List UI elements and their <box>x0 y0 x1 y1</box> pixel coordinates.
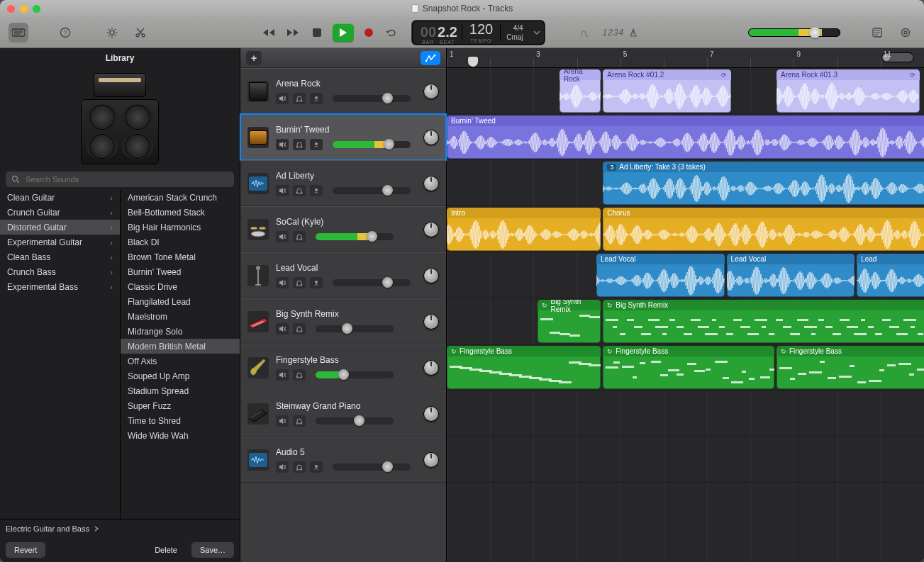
track-volume-slider[interactable] <box>333 141 411 148</box>
library-category-item[interactable]: Clean Guitar› <box>0 190 120 205</box>
rewind-button[interactable] <box>260 24 277 41</box>
lcd-bar-number[interactable]: 00 <box>421 25 436 39</box>
library-patch-item[interactable]: Flangilated Lead <box>121 294 240 309</box>
library-category-list[interactable]: Clean Guitar›Crunch Guitar›Distorted Gui… <box>0 190 120 519</box>
library-category-item[interactable]: Experimental Bass› <box>0 279 120 294</box>
library-patch-item[interactable]: Classic Drive <box>121 279 240 294</box>
library-category-item[interactable]: Clean Bass› <box>0 249 120 264</box>
library-patch-item[interactable]: Black DI <box>121 235 240 249</box>
maximize-window-button[interactable] <box>33 5 40 13</box>
loops-button[interactable] <box>896 23 915 43</box>
library-patch-list[interactable]: American Stack CrunchBell-Bottomed Stack… <box>120 190 240 519</box>
mute-button[interactable] <box>276 139 289 150</box>
track-volume-slider[interactable] <box>316 325 394 332</box>
timeline-region[interactable]: Lead <box>857 254 924 297</box>
library-patch-item[interactable]: Burnin' Tweed <box>121 264 240 279</box>
save-button[interactable]: Save… <box>191 542 234 558</box>
track-pan-knob[interactable] <box>423 84 439 99</box>
library-patch-item[interactable]: Modern British Metal <box>121 339 240 354</box>
library-category-item[interactable]: Distorted Guitar› <box>0 220 120 235</box>
track-header[interactable]: Audio 5 <box>240 437 446 483</box>
library-category-item[interactable]: Crunch Bass› <box>0 264 120 279</box>
library-patch-item[interactable]: Stadium Spread <box>121 383 240 398</box>
timeline-region[interactable]: Arena Rock #01.2⟳ <box>603 69 730 113</box>
library-patch-item[interactable]: Off Axis <box>121 354 240 369</box>
input-monitor-button[interactable] <box>310 461 323 473</box>
notes-button[interactable] <box>867 23 887 43</box>
count-in-display[interactable]: 1234 <box>603 28 639 38</box>
timeline-region[interactable]: Arena Rock #01.3⟳ <box>777 69 920 113</box>
library-patch-item[interactable]: Souped Up Amp <box>121 369 240 383</box>
lcd-options-chevron[interactable] <box>529 21 545 45</box>
track-pan-knob[interactable] <box>423 406 439 422</box>
solo-button[interactable] <box>293 139 306 150</box>
solo-button[interactable] <box>293 277 306 288</box>
track-pan-knob[interactable] <box>423 360 439 376</box>
track-header[interactable]: Lead Vocal <box>240 252 446 298</box>
library-breadcrumb[interactable]: Electric Guitar and Bass <box>0 519 240 538</box>
timeline-region[interactable]: ↻Fingerstyle Bass <box>777 346 924 389</box>
track-volume-slider[interactable] <box>333 279 411 286</box>
tuner-button[interactable] <box>574 23 594 43</box>
library-patch-item[interactable]: Brown Tone Metal <box>121 249 240 264</box>
track-volume-slider[interactable] <box>316 371 394 378</box>
timeline-region[interactable]: Arena Rock <box>560 69 601 113</box>
search-sounds-field[interactable] <box>6 172 234 187</box>
solo-button[interactable] <box>293 231 306 242</box>
input-monitor-button[interactable] <box>310 185 323 196</box>
track-pan-knob[interactable] <box>423 176 439 191</box>
timeline-region[interactable]: Chorus <box>603 208 924 251</box>
solo-button[interactable] <box>293 369 306 381</box>
timeline-region[interactable]: Burnin' Tweed⟳ <box>447 116 924 159</box>
input-monitor-button[interactable] <box>310 139 323 150</box>
stop-button[interactable] <box>308 24 325 41</box>
minimize-window-button[interactable] <box>20 5 28 13</box>
track-pan-knob[interactable] <box>423 130 439 145</box>
help-button[interactable]: ? <box>55 23 75 43</box>
timeline-region[interactable]: ↻Big Synth Remix <box>603 300 924 343</box>
solo-button[interactable] <box>293 323 306 335</box>
timeline-ruler[interactable]: 135791113 <box>447 48 924 68</box>
library-patch-item[interactable]: Midrange Solo <box>121 324 240 339</box>
playhead[interactable] <box>468 57 478 67</box>
track-header[interactable]: SoCal (Kyle) <box>240 206 446 252</box>
timeline-lane[interactable] <box>447 437 924 483</box>
track-volume-slider[interactable] <box>316 417 394 425</box>
timeline-lane[interactable] <box>447 390 924 437</box>
library-category-item[interactable]: Experimental Guitar› <box>0 235 120 249</box>
timeline-region[interactable]: Lead Vocal <box>727 254 855 297</box>
scissors-icon[interactable] <box>130 23 150 43</box>
input-monitor-button[interactable] <box>310 277 323 288</box>
play-button[interactable] <box>333 23 354 42</box>
timeline-region[interactable]: 3Ad Liberty: Take 3 (3 takes)⟳ <box>603 162 924 205</box>
library-category-item[interactable]: Crunch Guitar› <box>0 205 120 220</box>
solo-button[interactable] <box>293 415 306 427</box>
track-volume-slider[interactable] <box>316 233 394 240</box>
timeline-region[interactable]: ↻Fingerstyle Bass <box>447 346 601 389</box>
cycle-button[interactable] <box>384 24 401 41</box>
search-input[interactable] <box>24 174 228 184</box>
track-header[interactable]: Ad Liberty <box>240 160 446 206</box>
close-window-button[interactable] <box>7 5 15 13</box>
revert-button[interactable]: Revert <box>6 542 45 558</box>
mute-button[interactable] <box>276 369 289 381</box>
library-patch-item[interactable]: Time to Shred <box>121 413 240 428</box>
track-pan-knob[interactable] <box>423 452 439 468</box>
lcd-timesig-key[interactable]: 4/4 Cmaj <box>501 21 528 45</box>
settings-icon[interactable] <box>102 23 122 43</box>
mute-button[interactable] <box>276 461 289 473</box>
library-patch-item[interactable]: Bell-Bottomed Stack <box>121 205 240 220</box>
track-volume-slider[interactable] <box>333 187 411 194</box>
track-header[interactable]: Big Synth Remix <box>240 298 446 344</box>
library-patch-item[interactable]: American Stack Crunch <box>121 190 240 205</box>
mute-button[interactable] <box>276 93 289 104</box>
timeline-region[interactable]: Lead Vocal <box>596 254 724 297</box>
library-patch-item[interactable]: Wide Wide Wah <box>121 428 240 443</box>
timeline-region[interactable]: ↻Fingerstyle Bass <box>603 346 774 389</box>
track-volume-slider[interactable] <box>333 95 411 102</box>
library-patch-item[interactable]: Big Hair Harmonics <box>121 220 240 235</box>
solo-button[interactable] <box>293 93 306 104</box>
timeline-region[interactable]: Intro <box>447 208 601 251</box>
automation-toggle-button[interactable] <box>421 51 440 65</box>
track-header[interactable]: Fingerstyle Bass <box>240 344 446 390</box>
